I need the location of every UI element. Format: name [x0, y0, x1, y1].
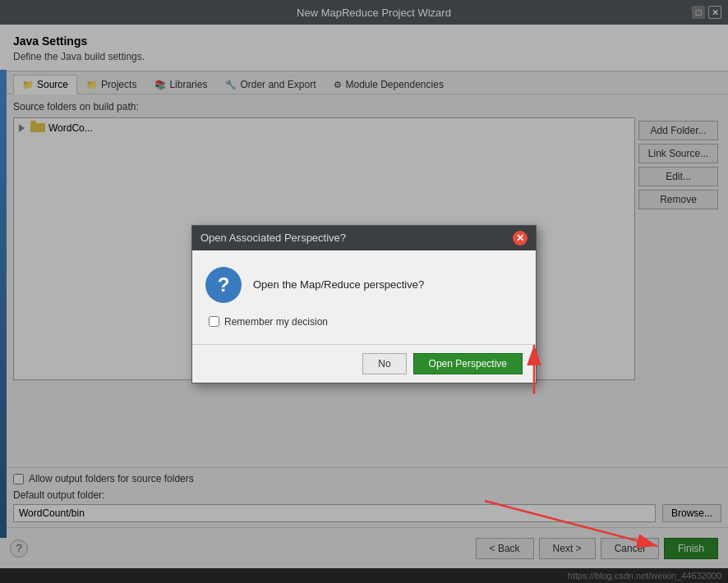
question-icon: ? [205, 267, 242, 303]
modal-checkbox-row: Remember my decision [205, 316, 523, 328]
minimize-button[interactable]: □ [692, 6, 705, 19]
main-window: New MapReduce Project Wizard □ ✕ Java Se… [0, 0, 728, 583]
modal-overlay: Open Associated Perspective? ✕ ? Open th… [0, 25, 728, 583]
title-bar: New MapReduce Project Wizard □ ✕ [0, 0, 728, 25]
no-button[interactable]: No [362, 353, 406, 374]
modal-title: Open Associated Perspective? [200, 232, 346, 244]
modal-close-button[interactable]: ✕ [513, 231, 528, 246]
remember-decision-label: Remember my decision [224, 316, 328, 328]
remember-decision-checkbox[interactable] [209, 316, 219, 327]
window-title: New MapReduce Project Wizard [56, 7, 692, 19]
modal-footer: No Open Perspective [192, 344, 536, 383]
modal-title-bar: Open Associated Perspective? ✕ [192, 226, 536, 250]
wizard-content: Java Settings Define the Java build sett… [0, 25, 728, 583]
open-perspective-button[interactable]: Open Perspective [413, 353, 523, 374]
close-button[interactable]: ✕ [708, 6, 721, 19]
modal-message-text: Open the Map/Reduce perspective? [253, 278, 424, 291]
modal-dialog: Open Associated Perspective? ✕ ? Open th… [191, 225, 537, 383]
modal-body: ? Open the Map/Reduce perspective? Remem… [192, 250, 536, 344]
window-controls: □ ✕ [692, 6, 721, 19]
modal-message-row: ? Open the Map/Reduce perspective? [205, 267, 523, 303]
